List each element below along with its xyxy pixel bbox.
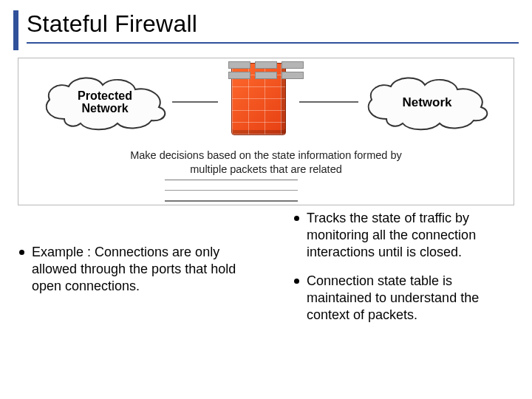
title-area: Stateful Firewall [13,10,519,44]
bullet-text: Connection state table is maintained to … [307,273,516,324]
cell-icon [228,61,250,69]
bullet-text: Example : Connections are only allowed t… [32,244,241,295]
wire-right [299,101,358,103]
state-table-divider [165,190,298,191]
state-table-row [228,61,304,69]
caption-line-2: multiple packets that are related [190,163,342,175]
list-item: Example : Connections are only allowed t… [19,244,241,295]
network-diagram: Protected Network Network Make decisions… [18,58,514,205]
cell-icon [255,61,277,69]
wire-left [172,101,218,103]
bullet-text: Tracks the state of traffic by monitorin… [307,210,516,261]
protected-network-cloud: Protected Network [35,72,175,134]
cell-icon [228,72,250,79]
cell-icon [255,72,277,79]
bullet-icon [294,279,299,284]
diagram-caption: Make decisions based on the state inform… [18,149,514,177]
protected-network-label: Protected Network [78,90,132,115]
title-accent-bar [13,10,18,50]
cell-icon [282,61,304,69]
state-table-graphic [165,180,298,202]
right-bullet-list: Tracks the state of traffic by monitorin… [294,210,516,335]
caption-line-1: Make decisions based on the state inform… [130,149,402,161]
list-item: Tracks the state of traffic by monitorin… [294,210,516,261]
network-cloud: Network [357,72,497,134]
left-bullet-list: Example : Connections are only allowed t… [19,244,241,307]
cell-icon [282,72,304,79]
state-table-row [228,72,304,79]
bullet-icon [294,216,299,221]
network-label: Network [402,96,451,109]
page-title: Stateful Firewall [27,10,519,44]
list-item: Connection state table is maintained to … [294,273,516,324]
bullet-icon [19,250,24,255]
